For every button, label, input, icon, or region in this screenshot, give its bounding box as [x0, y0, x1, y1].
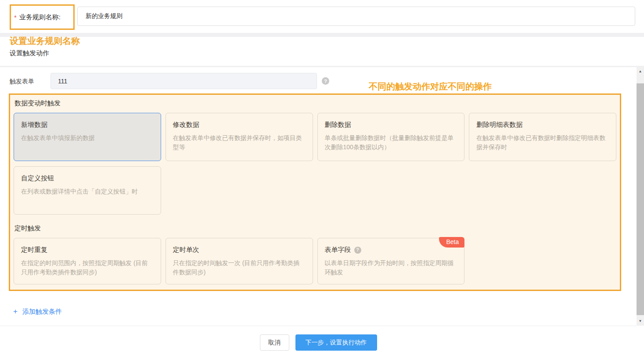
add-trigger-condition-link[interactable]: + 添加触发条件 [13, 307, 62, 316]
trigger-card-timed-repeat[interactable]: 定时重复 在指定的时间范围内，按照指定周期触发 (目前只用作考勤类插件数据同步) [14, 238, 161, 284]
help-icon[interactable]: ? [354, 247, 361, 254]
trigger-card-add-data[interactable]: 新增数据 在触发表单中填报新的数据 [14, 113, 161, 161]
trigger-card-custom-button[interactable]: 自定义按钮 在列表或数据详情中点击「自定义按钮」时 [14, 166, 161, 215]
cancel-button[interactable]: 取消 [260, 334, 289, 351]
beta-badge: Beta [439, 237, 464, 248]
section-divider [0, 33, 644, 37]
card-desc: 单条或批量删除数据时（批量删除触发前提是单次删除100条数据以内） [325, 133, 457, 152]
trigger-options-annotation-box: 数据变动时触发 新增数据 在触发表单中填报新的数据 修改数据 在触发表单中修改已… [9, 93, 621, 291]
trigger-card-timed-once[interactable]: 定时单次 只在指定的时间触发一次 (目前只用作考勤类插件数据同步) [165, 238, 313, 284]
card-title: 自定义按钮 [21, 174, 154, 183]
plus-icon: + [13, 307, 18, 316]
section-divider-2 [0, 66, 644, 67]
annotation-note-text: 不同的触发动作对应不同的操作 [369, 81, 492, 93]
section-title-data-change: 数据变动时触发 [14, 99, 616, 108]
required-asterisk: * [14, 14, 17, 21]
card-desc: 只在指定的时间触发一次 (目前只用作考勤类插件数据同步) [173, 258, 306, 277]
scrollbar-thumb[interactable] [637, 83, 644, 315]
footer-bar: 取消 下一步，设置执行动作 [0, 326, 637, 359]
trigger-form-label: 触发表单 [10, 78, 34, 86]
help-icon[interactable]: ? [322, 77, 329, 85]
card-title: 删除数据 [325, 121, 457, 129]
next-step-button[interactable]: 下一步，设置执行动作 [295, 334, 377, 351]
scroll-up-icon[interactable]: ▲ [637, 68, 644, 75]
scroll-down-icon[interactable]: ▼ [637, 317, 644, 325]
card-title: 删除明细表数据 [476, 121, 609, 129]
trigger-card-delete-subform-data[interactable]: 删除明细表数据 在触发表单中修改已有数据时删除指定明细表数据并保存时 [469, 113, 616, 161]
card-desc: 在触发表单中填报新的数据 [21, 133, 154, 143]
timed-card-grid: 定时重复 在指定的时间范围内，按照指定周期触发 (目前只用作考勤类插件数据同步)… [14, 238, 616, 284]
card-title: 定时重复 [21, 246, 154, 254]
card-desc: 在触发表单中修改已有数据时删除指定明细表数据并保存时 [476, 133, 609, 152]
data-change-card-grid: 新增数据 在触发表单中填报新的数据 修改数据 在触发表单中修改已有数据并保存时，… [14, 113, 616, 215]
card-desc: 在指定的时间范围内，按照指定周期触发 (目前只用作考勤类插件数据同步) [21, 258, 154, 277]
trigger-card-modify-data[interactable]: 修改数据 在触发表单中修改已有数据并保存时，如项目类型等 [165, 113, 313, 161]
card-title-text: 表单字段 [325, 246, 351, 254]
rule-name-label-annotation-box: * 业务规则名称: [10, 4, 75, 30]
trigger-form-input[interactable] [50, 73, 317, 89]
card-title: 新增数据 [21, 121, 154, 129]
card-title: 表单字段 ? [325, 246, 457, 254]
annotation-step1-text: 设置业务规则名称 [10, 35, 80, 47]
add-trigger-condition-label: 添加触发条件 [22, 308, 62, 316]
card-desc: 在触发表单中修改已有数据并保存时，如项目类型等 [173, 133, 306, 152]
card-title: 修改数据 [173, 121, 306, 129]
trigger-card-form-field[interactable]: Beta 表单字段 ? 以表单日期字段作为开始时间，按照指定周期循环触发 [317, 238, 465, 284]
trigger-card-delete-data[interactable]: 删除数据 单条或批量删除数据时（批量删除触发前提是单次删除100条数据以内） [317, 113, 465, 161]
card-desc: 以表单日期字段作为开始时间，按照指定周期循环触发 [325, 258, 457, 277]
card-desc: 在列表或数据详情中点击「自定义按钮」时 [21, 187, 154, 196]
vertical-scrollbar[interactable]: ▲ ▼ [637, 67, 644, 326]
section-title-timed: 定时触发 [14, 224, 616, 233]
rule-name-label: 业务规则名称: [19, 13, 61, 22]
rule-name-input[interactable] [77, 7, 635, 26]
card-title: 定时单次 [173, 246, 306, 254]
set-trigger-action-title: 设置触发动作 [10, 49, 49, 57]
business-rule-editor: * 业务规则名称: 设置业务规则名称 设置触发动作 触发表单 ? 不同的触发动作… [0, 0, 644, 359]
